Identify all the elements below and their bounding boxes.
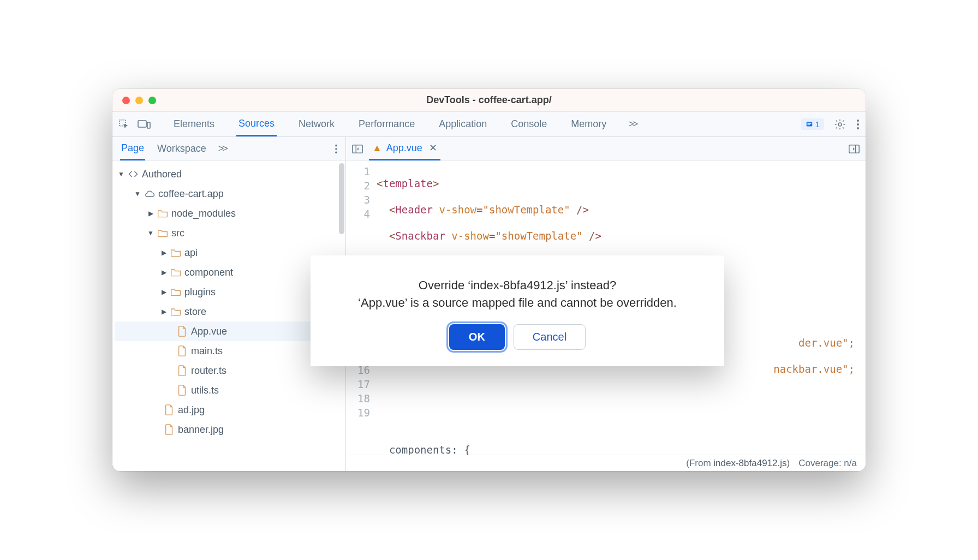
folder-icon	[170, 267, 181, 278]
tree-main-ts[interactable]: main.ts	[115, 341, 343, 361]
dialog-message: ‘App.vue’ is a source mapped file and ca…	[327, 296, 708, 310]
tab-memory[interactable]: Memory	[569, 113, 609, 135]
folder-icon	[157, 228, 168, 239]
file-icon	[164, 424, 175, 435]
tree-label: App.vue	[191, 326, 227, 337]
svg-rect-2	[147, 122, 150, 128]
dialog-title: Override ‘index-8bfa4912.js’ instead?	[327, 278, 708, 293]
tree-label: api	[184, 247, 198, 259]
file-icon	[177, 365, 188, 376]
coverage-status: Coverage: n/a	[798, 458, 857, 469]
tree-utils-ts[interactable]: utils.ts	[115, 380, 343, 400]
svg-point-12	[335, 151, 337, 153]
svg-point-8	[857, 123, 859, 126]
file-icon	[177, 345, 188, 356]
titlebar: DevTools - coffee-cart.app/	[112, 89, 866, 112]
svg-point-10	[335, 144, 337, 146]
tree-label: router.ts	[191, 365, 226, 377]
svg-rect-3	[806, 122, 812, 126]
tree-label: src	[171, 228, 184, 239]
folder-icon	[157, 208, 168, 219]
tree-label: ad.jpg	[178, 404, 205, 416]
tree-label: banner.jpg	[178, 424, 224, 436]
tree-store[interactable]: store	[115, 302, 343, 321]
tree-label: coffee-cart.app	[158, 188, 224, 200]
file-icon	[177, 385, 188, 396]
tree-label: node_modules	[171, 208, 236, 219]
override-dialog: Override ‘index-8bfa4912.js’ instead? ‘A…	[311, 255, 724, 366]
tab-network[interactable]: Network	[296, 113, 337, 135]
editor-tab-label: App.vue	[386, 142, 422, 154]
more-menu-icon[interactable]	[856, 118, 860, 130]
file-icon	[164, 404, 175, 415]
editor-statusbar: (From index-8bfa4912.js) Coverage: n/a	[346, 455, 866, 471]
tree-label: plugins	[184, 287, 216, 298]
window-title: DevTools - coffee-cart.app/	[112, 94, 866, 106]
ok-button[interactable]: OK	[449, 324, 505, 350]
close-tab-icon[interactable]: ✕	[429, 142, 437, 154]
sidebar-subtabs: Page Workspace >>	[112, 137, 345, 161]
devtools-tabstrip: Elements Sources Network Performance App…	[112, 112, 866, 137]
source-map-link[interactable]: index-8bfa4912.js	[713, 458, 786, 468]
tab-sources[interactable]: Sources	[236, 112, 277, 136]
tab-application[interactable]: Application	[437, 113, 489, 135]
tree-label: store	[184, 306, 206, 318]
tab-elements[interactable]: Elements	[171, 113, 217, 135]
more-tabs-icon[interactable]: >>	[628, 118, 636, 130]
debugger-toggle-icon[interactable]	[848, 144, 860, 154]
device-toolbar-icon[interactable]	[138, 119, 151, 130]
svg-point-11	[335, 148, 337, 150]
svg-point-9	[857, 127, 859, 129]
source-map-from: (From index-8bfa4912.js)	[686, 458, 790, 469]
tree-router-ts[interactable]: router.ts	[115, 361, 343, 380]
navigator-toggle-icon[interactable]	[351, 144, 363, 154]
file-icon	[177, 326, 188, 337]
folder-icon	[170, 247, 181, 258]
cancel-button[interactable]: Cancel	[514, 324, 586, 350]
folder-icon	[170, 287, 181, 297]
svg-rect-5	[807, 124, 810, 125]
editor-tab-appvue[interactable]: ▲ App.vue ✕	[369, 137, 440, 160]
tree-ad-jpg[interactable]: ad.jpg	[115, 400, 343, 420]
tree-node-modules[interactable]: node_modules	[115, 204, 343, 223]
tree-src[interactable]: src	[115, 223, 343, 243]
folder-icon	[170, 306, 181, 317]
tree-scrollbar-thumb[interactable]	[339, 163, 344, 234]
svg-point-6	[838, 123, 842, 126]
subtab-workspace[interactable]: Workspace	[156, 138, 207, 159]
sidebar-more-icon[interactable]	[335, 144, 338, 154]
tree-components[interactable]: component	[115, 263, 343, 282]
tree-label: utils.ts	[191, 385, 219, 396]
editor-tabstrip: ▲ App.vue ✕	[346, 137, 866, 161]
issues-count: 1	[815, 120, 820, 129]
tree-label: component	[184, 267, 233, 278]
tree-label: main.ts	[191, 345, 223, 357]
tree-authored[interactable]: Authored	[115, 164, 343, 184]
inspect-element-icon[interactable]	[118, 118, 130, 130]
tab-console[interactable]: Console	[509, 113, 549, 135]
more-subtabs-icon[interactable]: >>	[218, 143, 226, 154]
svg-rect-4	[807, 123, 811, 123]
svg-point-7	[857, 120, 859, 122]
issues-badge[interactable]: 1	[801, 118, 824, 130]
tab-performance[interactable]: Performance	[356, 113, 417, 135]
tree-plugins[interactable]: plugins	[115, 282, 343, 302]
devtools-window: DevTools - coffee-cart.app/ Elements Sou…	[112, 89, 866, 471]
subtab-page[interactable]: Page	[120, 138, 145, 160]
authored-icon	[128, 169, 139, 180]
settings-icon[interactable]	[834, 118, 846, 130]
svg-rect-1	[138, 121, 146, 127]
tree-app-vue[interactable]: App.vue	[115, 321, 343, 341]
tree-api[interactable]: api	[115, 243, 343, 263]
tree-label: Authored	[142, 169, 182, 180]
warning-icon: ▲	[372, 142, 382, 154]
tree-site[interactable]: coffee-cart.app	[115, 184, 343, 204]
cloud-icon	[144, 188, 155, 199]
tree-banner-jpg[interactable]: banner.jpg	[115, 420, 343, 439]
